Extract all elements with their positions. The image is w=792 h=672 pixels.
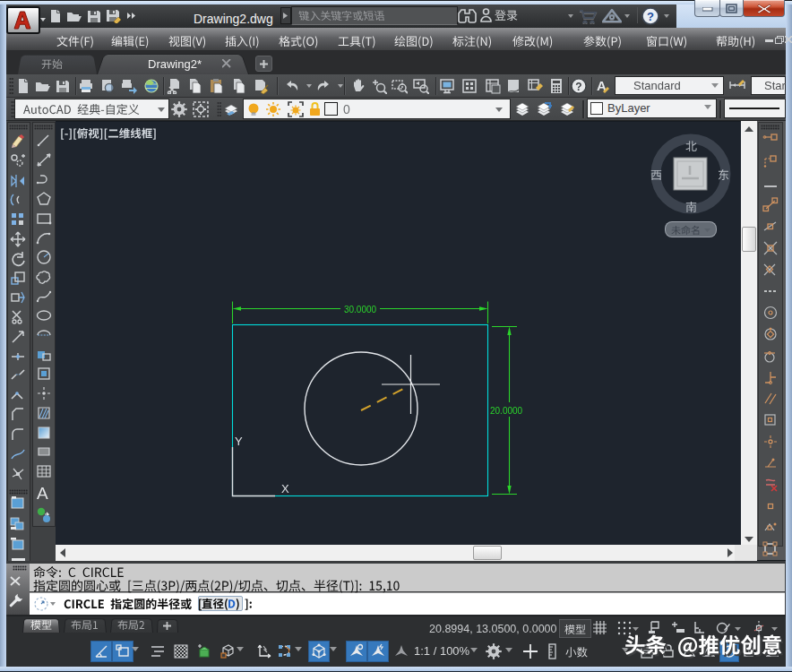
svg-text:30.0000: 30.0000: [344, 305, 377, 314]
svg-text:?: ?: [575, 81, 581, 93]
svg-text:?: ?: [647, 10, 654, 23]
svg-text:Y: Y: [235, 435, 243, 448]
svg-text:X: X: [281, 482, 289, 495]
svg-text:20.0000: 20.0000: [490, 406, 523, 416]
